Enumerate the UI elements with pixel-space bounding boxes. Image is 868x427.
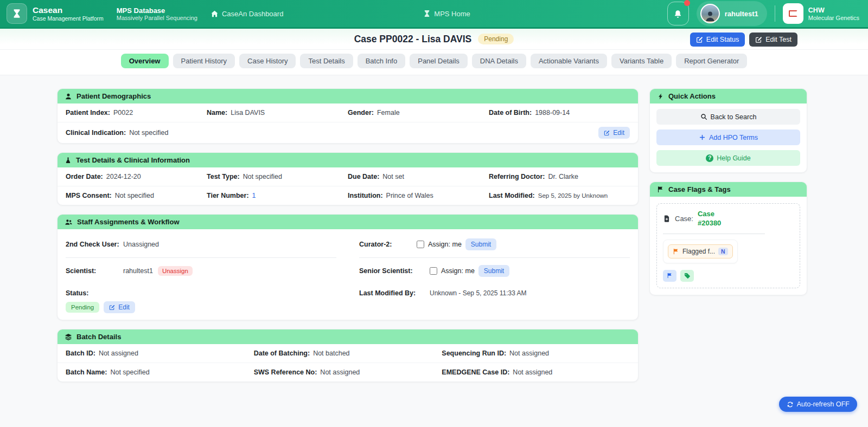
pencil-square-icon [755,36,762,43]
tab-overview[interactable]: Overview [121,54,169,68]
flag-icon [673,248,679,255]
notification-dot [684,0,690,6]
tab-panel-details[interactable]: Panel Details [410,54,468,68]
field-sws-reference-no: SWS Reference No:Not assigned [254,368,442,376]
field-date-of-birth: Date of Birth:1988-09-14 [489,109,630,117]
field-test-type: Test Type:Not specified [207,173,348,180]
curator2-submit-button[interactable]: Submit [465,238,496,250]
people-icon [65,218,73,226]
status-pending-badge: Pending [66,302,99,313]
field-mps-consent: MPS Consent:Not specified [66,192,207,199]
person-icon [65,93,72,100]
case-number-link[interactable]: Case #20380 [698,210,737,228]
card-title: Quick Actions [668,92,716,100]
brand[interactable]: Casean Case Management Platform [7,3,104,24]
brand-title: Casean [33,5,104,15]
senior-submit-button[interactable]: Submit [478,265,509,277]
pencil-square-icon [696,36,703,43]
quick-actions-card: Quick Actions Back to Search Add HPO Ter… [649,88,807,173]
layers-icon [65,333,72,341]
case-label: Case: [675,215,693,223]
card-title: Batch Details [76,333,121,341]
edit-status-inline-button[interactable]: Edit [104,301,135,313]
field-status: Status: Pending Edit [66,284,336,313]
batch-details-card: Batch Details Batch ID:Not assigned Date… [57,329,639,382]
card-title: Case Flags & Tags [668,185,731,193]
tab-case-history[interactable]: Case History [239,54,296,68]
avatar [700,4,720,23]
field-last-modified-by: Last Modified By: Unknown - Sep 5, 2025 … [359,284,630,313]
card-title: Test Details & Clinical Information [76,156,190,164]
case-flags-card: Case Flags & Tags Case: Case #20380 Flag… [649,182,807,295]
chip-count-badge: N [718,248,728,255]
field-second-check-user: 2nd Check User: Unassigned [66,231,336,258]
field-date-of-batching: Date of Batching:Not batched [254,350,442,357]
field-referring-doctor: Referring Doctor:Dr. Clarke [489,173,630,180]
notifications-button[interactable] [667,2,689,25]
tab-report-generator[interactable]: Report Generator [676,54,747,68]
field-batch-name: Batch Name:Not specified [66,368,254,376]
add-flag-button[interactable] [663,270,676,282]
field-clinical-indication: Clinical Indication:Not specified [66,129,168,137]
tab-batch-info[interactable]: Batch Info [358,54,406,68]
field-patient-index: Patient Index:P0022 [66,109,207,117]
staff-assignments-card: Staff Assignments & Workflow 2nd Check U… [57,214,639,320]
flag-chip-card: Flagged f... N [663,240,738,263]
card-title: Patient Demographics [76,92,151,100]
tab-bar: Overview Patient History Case History Te… [0,50,868,75]
brand-subtitle: Case Management Platform [33,15,104,22]
pencil-square-icon [604,130,610,136]
search-icon [700,113,707,120]
unassign-button[interactable]: Unassign [158,266,193,276]
nav-casean-dashboard[interactable]: CaseAn Dashboard [210,10,283,18]
field-tier-number: Tier Number:1 [207,192,348,199]
card-title: Staff Assignments & Workflow [77,218,180,226]
add-tag-button[interactable] [680,270,694,282]
page-title: Case PP0022 - Lisa DAVIS [354,34,472,45]
tab-actionable-variants[interactable]: Actionable Variants [531,54,607,68]
flag-icon [657,186,664,193]
field-order-date: Order Date:2024-12-20 [66,173,207,180]
question-circle-icon: ? [706,154,713,162]
case-header: Case PP0022 - Lisa DAVIS Pending Edit St… [0,29,868,50]
field-senior-scientist: Senior Scientist: Assign: me Submit [359,258,630,284]
help-guide-button[interactable]: ? Help Guide [656,150,800,166]
flagged-chip[interactable]: Flagged f... N [668,244,733,258]
add-hpo-terms-button[interactable]: Add HPO Terms [656,130,800,145]
user-menu[interactable]: rahultest1 [697,1,767,26]
field-sequencing-run-id: Sequencing Run ID:Not assigned [442,350,630,357]
tab-variants-table[interactable]: Variants Table [611,54,672,68]
org-logo [783,3,803,24]
nav-mps-home[interactable]: MPS Home [423,10,470,18]
edit-test-button[interactable]: Edit Test [749,33,797,47]
org-title: CHW [808,7,859,15]
top-navbar: Casean Case Management Platform MPS Data… [0,0,868,29]
back-to-search-button[interactable]: Back to Search [656,109,800,125]
nav-mps-database[interactable]: MPS Database Massively Parallel Sequenci… [117,7,197,21]
nav-divider [775,5,775,22]
edit-status-button[interactable]: Edit Status [690,33,745,47]
org-block: CHW Molecular Genetics [783,3,859,24]
patient-demographics-card: Patient Demographics Patient Index:P0022… [57,88,639,144]
field-institution: Institution:Prince of Wales [348,192,489,199]
field-emedgene-case-id: EMEDGENE Case ID:Not assigned [442,368,630,376]
case-status-badge: Pending [478,34,514,44]
case-file-icon [663,215,671,223]
hourglass-logo-icon [7,3,27,24]
field-name: Name:Lisa DAVIS [207,109,348,117]
tab-test-details[interactable]: Test Details [300,54,353,68]
curator2-assign-me-checkbox[interactable] [417,241,424,248]
flag-icon [667,273,673,279]
auto-refresh-toggle[interactable]: Auto-refresh OFF [779,397,857,412]
plus-icon [699,134,706,141]
edit-demographics-button[interactable]: Edit [598,127,630,139]
home-icon [210,10,219,18]
field-due-date: Due Date:Not set [348,173,489,180]
tab-dna-details[interactable]: DNA Details [472,54,526,68]
refresh-icon [787,401,794,408]
org-subtitle: Molecular Genetics [808,15,859,21]
tab-patient-history[interactable]: Patient History [173,54,235,68]
field-curator2: Curator-2: Assign: me Submit [359,231,630,258]
bell-icon [673,9,682,18]
senior-assign-me-checkbox[interactable] [430,267,437,275]
